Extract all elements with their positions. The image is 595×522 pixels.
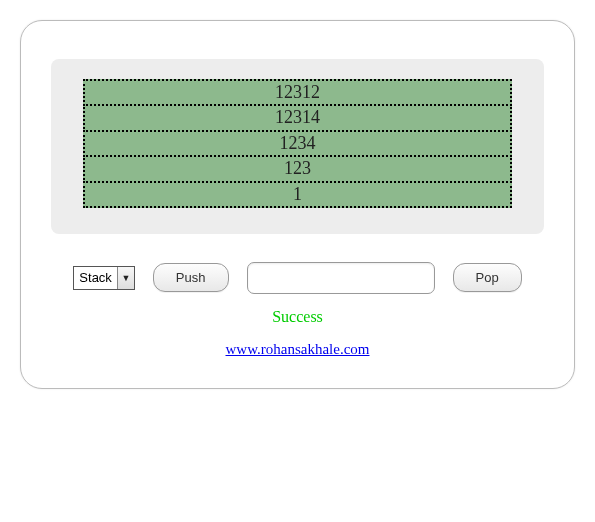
status-message: Success (51, 308, 544, 326)
stack-item: 12312 (83, 79, 512, 106)
stack-item: 123 (83, 155, 512, 182)
stack-item: 12314 (83, 104, 512, 131)
stack-item: 1 (83, 181, 512, 208)
stack-item: 1234 (83, 130, 512, 157)
stack-display-panel: 12312 12314 1234 123 1 (51, 59, 544, 234)
pop-button[interactable]: Pop (453, 263, 522, 292)
site-link[interactable]: www.rohansakhale.com (226, 341, 370, 357)
mode-select[interactable]: Stack ▼ (73, 266, 135, 290)
push-button[interactable]: Push (153, 263, 229, 292)
controls-row: Stack ▼ Push Pop (51, 262, 544, 294)
footer: www.rohansakhale.com (51, 340, 544, 358)
chevron-down-icon: ▼ (117, 267, 134, 289)
mode-select-label: Stack (74, 270, 117, 285)
value-input[interactable] (247, 262, 435, 294)
main-card: 12312 12314 1234 123 1 Stack ▼ Push Pop … (20, 20, 575, 389)
